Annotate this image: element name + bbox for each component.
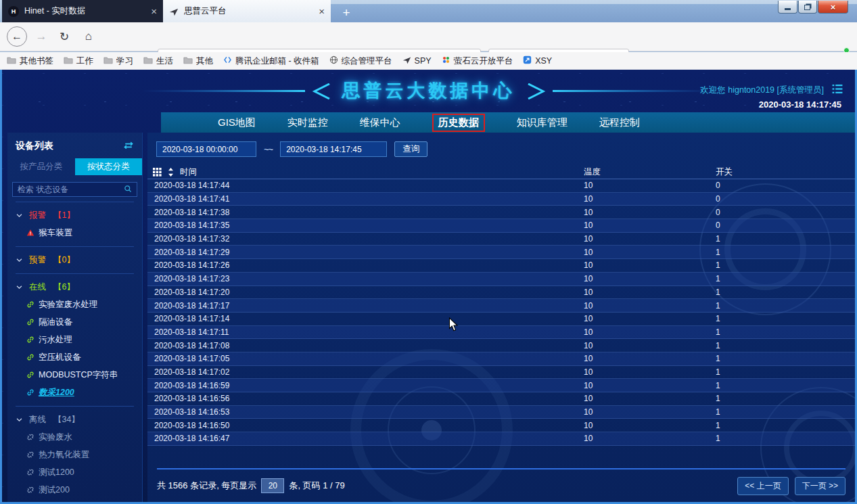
start-datetime-input[interactable] xyxy=(156,141,256,157)
group-count: 【1】 xyxy=(53,210,75,221)
bookmark-item[interactable]: 工作 xyxy=(64,55,93,67)
bookmark-item[interactable]: 其他 xyxy=(183,55,213,67)
home-button[interactable]: ⌂ xyxy=(80,28,97,45)
bookmark-item[interactable]: 学习 xyxy=(103,55,133,67)
link-icon xyxy=(26,336,34,344)
tab-close-icon[interactable]: × xyxy=(151,5,157,17)
table-row[interactable]: 2020-03-18 14:17:41100 xyxy=(147,193,855,206)
device-group-header[interactable]: 在线【6】 xyxy=(7,279,142,296)
table-row[interactable]: 2020-03-18 14:16:53101 xyxy=(147,406,855,419)
bookmark-item[interactable]: 其他书签 xyxy=(7,55,53,67)
table-row[interactable]: 2020-03-18 14:17:17101 xyxy=(147,299,855,313)
device-search-input[interactable] xyxy=(18,185,120,194)
column-header-switch[interactable]: 开关 xyxy=(716,166,855,178)
device-item[interactable]: MODBUSTCP字符串 xyxy=(7,366,142,384)
table-row[interactable]: 2020-03-18 14:17:26101 xyxy=(147,259,855,273)
search-icon[interactable] xyxy=(124,183,132,196)
minimize-button[interactable] xyxy=(778,1,797,14)
table-row[interactable]: 2020-03-18 14:16:50101 xyxy=(147,419,855,432)
table-row[interactable]: 2020-03-18 14:16:56101 xyxy=(147,392,855,406)
table-row[interactable]: 2020-03-18 14:17:35100 xyxy=(147,219,855,233)
table-row[interactable]: 2020-03-18 14:17:32101 xyxy=(147,233,855,246)
device-group-header[interactable]: 报警【1】 xyxy=(7,207,142,224)
nav-tab-2[interactable]: 实时监控 xyxy=(287,116,328,129)
table-row[interactable]: 2020-03-18 14:17:02101 xyxy=(147,366,855,380)
swap-icon[interactable] xyxy=(123,140,134,152)
table-row[interactable]: 2020-03-18 14:17:14101 xyxy=(147,313,855,326)
close-button[interactable]: × xyxy=(818,1,848,14)
window-controls: × xyxy=(777,1,848,14)
table-row[interactable]: 2020-03-18 14:17:29101 xyxy=(147,246,855,259)
broken-link-icon xyxy=(26,468,34,476)
restore-button[interactable] xyxy=(798,1,817,14)
table-row[interactable]: 2020-03-18 14:17:23101 xyxy=(147,273,855,286)
tab-by-product[interactable]: 按产品分类 xyxy=(7,158,75,175)
nav-tab-6[interactable]: 远程控制 xyxy=(599,116,640,129)
tree-separator xyxy=(16,273,134,274)
browser-tab-active[interactable]: 思普云平台 × xyxy=(163,0,331,22)
table-row[interactable]: 2020-03-18 14:17:05101 xyxy=(147,352,855,366)
table-body: 2020-03-18 14:17:441002020-03-18 14:17:4… xyxy=(147,179,855,446)
tab-close-icon[interactable]: × xyxy=(319,5,325,17)
browser-tab-inactive[interactable]: H Hinet - 实时数据 × xyxy=(2,0,163,22)
device-item[interactable]: 猴车装置 xyxy=(7,224,142,242)
mail-icon xyxy=(223,55,232,66)
table-cell: 1 xyxy=(716,381,855,390)
reload-button[interactable]: ↻ xyxy=(55,28,73,45)
bookmark-item[interactable]: SPY xyxy=(402,55,432,66)
table-row[interactable]: 2020-03-18 14:17:44100 xyxy=(147,179,855,193)
device-item[interactable]: 测试200 xyxy=(7,481,142,499)
column-header-time[interactable]: 时间 xyxy=(180,166,197,178)
bookmark-item[interactable]: 腾讯企业邮箱 - 收件箱 xyxy=(223,55,319,67)
table-row[interactable]: 2020-03-18 14:17:38100 xyxy=(147,206,855,219)
next-page-button[interactable]: 下一页 >> xyxy=(795,477,846,495)
back-button[interactable]: ← xyxy=(7,26,27,47)
new-tab-button[interactable]: + xyxy=(338,5,355,21)
device-item[interactable]: 测试1200 xyxy=(7,463,142,481)
device-label: 空压机设备 xyxy=(39,352,81,363)
nav-tab-1[interactable]: GIS地图 xyxy=(218,116,256,129)
table-row[interactable]: 2020-03-18 14:17:08101 xyxy=(147,339,855,352)
bookmark-item[interactable]: 萤石云开放平台 xyxy=(442,55,513,67)
ext-icon xyxy=(523,55,532,66)
bookmark-label: 腾讯企业邮箱 - 收件箱 xyxy=(235,55,319,67)
table-row[interactable]: 2020-03-18 14:17:11101 xyxy=(147,326,855,340)
device-item[interactable]: 实验废水 xyxy=(7,428,142,446)
forward-button[interactable]: → xyxy=(34,30,49,43)
column-header-temperature[interactable]: 温度 xyxy=(584,166,716,178)
device-group-header[interactable]: 预警【0】 xyxy=(7,252,142,269)
end-datetime-input[interactable] xyxy=(280,141,387,157)
prev-page-button[interactable]: << 上一页 xyxy=(737,477,788,495)
sort-icon[interactable] xyxy=(168,168,174,177)
tree-separator xyxy=(16,406,134,407)
bookmark-item[interactable]: 综合管理平台 xyxy=(329,55,392,67)
device-item[interactable]: 数采1200 xyxy=(7,384,142,401)
nav-tab-5[interactable]: 知识库管理 xyxy=(517,116,568,129)
device-item[interactable]: 隔油设备 xyxy=(7,313,142,331)
table-row[interactable]: 2020-03-18 14:16:47101 xyxy=(147,432,855,446)
bookmark-item[interactable]: XSY xyxy=(523,55,552,66)
columns-grid-icon[interactable] xyxy=(153,168,162,177)
device-item[interactable]: 0809测试2 xyxy=(7,499,142,504)
device-group-header[interactable]: 离线【34】 xyxy=(7,411,142,428)
device-item[interactable]: 热力氧化装置 xyxy=(7,446,142,463)
table-cell: 2020-03-18 14:17:23 xyxy=(147,274,584,283)
nav-tab-4[interactable]: 历史数据 xyxy=(432,114,485,132)
list-menu-icon[interactable] xyxy=(832,84,843,96)
nav-tab-3[interactable]: 维保中心 xyxy=(360,116,400,129)
device-search-box[interactable] xyxy=(12,182,137,197)
table-cell: 10 xyxy=(584,367,716,377)
page-size-input[interactable] xyxy=(261,478,284,493)
device-item[interactable]: 空压机设备 xyxy=(7,348,142,366)
tab-by-status[interactable]: 按状态分类 xyxy=(75,158,143,175)
table-row[interactable]: 2020-03-18 14:16:59101 xyxy=(147,379,855,392)
folder-icon xyxy=(64,56,73,66)
query-button[interactable]: 查询 xyxy=(394,141,427,157)
table-row[interactable]: 2020-03-18 14:17:20101 xyxy=(147,286,855,300)
device-item[interactable]: 污水处理 xyxy=(7,331,142,348)
device-item[interactable]: 实验室废水处理 xyxy=(7,296,142,313)
table-cell: 10 xyxy=(584,274,716,283)
bookmark-item[interactable]: 生活 xyxy=(143,55,173,67)
tab-title: Hinet - 实时数据 xyxy=(24,5,145,17)
chevron-down-icon xyxy=(16,256,23,264)
